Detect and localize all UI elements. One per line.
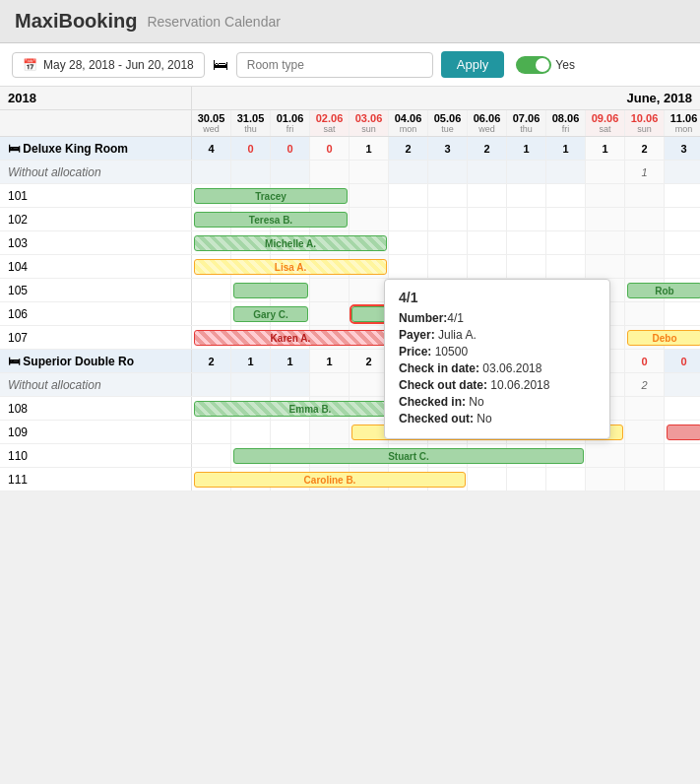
cell-11: [625, 421, 665, 443]
booking-bar[interactable]: Rob: [627, 283, 700, 298]
booking-bar[interactable]: Debo: [627, 330, 700, 346]
tooltip-number-label: Number:: [399, 311, 447, 325]
cell-12: [665, 468, 700, 490]
booking-bar[interactable]: [667, 425, 700, 440]
toggle-knob: [536, 58, 549, 72]
cell-11: [625, 444, 665, 467]
booking-bar[interactable]: Caroline B.: [194, 472, 466, 488]
date-header-12: 11.06mon: [665, 110, 700, 136]
row-label: 104: [0, 255, 192, 278]
cell-11: 1: [625, 161, 665, 183]
cell-0: [192, 373, 231, 396]
section-row: 🛏 Deluxe King Room4000123211123: [0, 137, 700, 161]
cell-11: [625, 231, 665, 254]
date-range-picker[interactable]: 📅 May 28, 2018 - Jun 20, 2018: [12, 52, 205, 78]
cell-1: [231, 161, 271, 183]
cell-11: [625, 302, 665, 325]
cell-4: [350, 373, 389, 396]
room-row: 110Stuart C.: [0, 444, 700, 468]
cell-0: [192, 161, 231, 183]
cell-6: [428, 231, 468, 254]
cell-8: [507, 208, 546, 230]
cell-12: [665, 373, 700, 396]
row-cells: 4000123211123: [192, 137, 700, 160]
toggle-label: Yes: [555, 58, 575, 72]
cell-7: [468, 255, 507, 278]
tooltip-payer-row: Payer: Julia A.: [399, 328, 596, 342]
row-cells: Teresa B.: [192, 208, 700, 230]
cell-3: [310, 421, 350, 443]
cell-11: [625, 184, 665, 207]
cell-6: 3: [428, 137, 468, 160]
tooltip-checkedout-value: No: [477, 412, 491, 425]
cell-11: [625, 468, 665, 490]
cell-2: [271, 161, 310, 183]
row-label: 102: [0, 208, 192, 230]
cell-9: [546, 208, 586, 230]
cell-2: [271, 373, 310, 396]
booking-bar[interactable]: Gary C.: [233, 306, 308, 322]
tooltip-price-value: 10500: [435, 345, 468, 359]
cell-10: [586, 208, 625, 230]
tooltip-price-row: Price: 10500: [399, 345, 596, 359]
cell-7: [468, 231, 507, 254]
date-header-8: 07.06thu: [507, 110, 546, 136]
cell-4: [350, 184, 389, 207]
tooltip-checkin-date-value: 03.06.2018: [482, 361, 541, 375]
cell-12: [665, 231, 700, 254]
cell-7: [468, 468, 507, 490]
booking-bar[interactable]: Karen A.: [194, 330, 387, 346]
cell-12: [665, 444, 700, 467]
row-cells: Stuart C.: [192, 444, 700, 467]
row-label: 105: [0, 279, 192, 301]
cell-0: [192, 421, 231, 443]
cell-10: [586, 444, 625, 467]
cell-0: [192, 444, 231, 467]
arrow-indicator: [537, 489, 615, 491]
cell-3: 0: [310, 137, 350, 160]
cell-11: [625, 397, 665, 420]
booking-bar[interactable]: Stuart C.: [233, 448, 584, 464]
cell-8: [507, 184, 546, 207]
calendar-container: 2018 June, 2018 30.05wed31.05thu01.06fri…: [0, 87, 700, 491]
toggle-switch[interactable]: [516, 56, 551, 74]
room-type-input[interactable]: [236, 52, 433, 78]
date-range-label: May 28, 2018 - Jun 20, 2018: [43, 58, 194, 72]
cell-3: [310, 302, 350, 325]
cell-12: [665, 255, 700, 278]
tooltip-checkout-date-row: Check out date: 10.06.2018: [399, 378, 596, 392]
tooltip-payer-value: Julia A.: [438, 328, 477, 342]
booking-bar[interactable]: Tracey: [194, 188, 348, 204]
booking-bar[interactable]: Michelle A.: [194, 235, 387, 251]
section-row: Without allocation1: [0, 161, 700, 184]
cell-8: [507, 231, 546, 254]
booking-bar[interactable]: [233, 283, 308, 298]
cell-9: [546, 184, 586, 207]
apply-button[interactable]: Apply: [441, 51, 505, 78]
cell-1: [231, 421, 271, 443]
cell-3: [310, 373, 350, 396]
cell-11: [625, 208, 665, 230]
tooltip-checkout-date-label: Check out date:: [399, 378, 490, 392]
cell-11: 2: [625, 373, 665, 396]
row-cells: Caroline B.: [192, 468, 700, 490]
cell-5: 2: [389, 137, 428, 160]
row-cells: Tracey: [192, 184, 700, 207]
cell-10: [586, 161, 625, 183]
row-cells: 1: [192, 161, 700, 183]
row-label: Without allocation: [0, 161, 192, 183]
booking-bar[interactable]: Teresa B.: [194, 212, 348, 228]
booking-bar[interactable]: Lisa A.: [194, 259, 387, 275]
cell-1: 1: [231, 350, 271, 372]
cell-5: [389, 231, 428, 254]
row-label: Without allocation: [0, 373, 192, 396]
header-spacer: [0, 110, 192, 136]
tooltip-number-row: Number:4/1: [399, 311, 596, 325]
date-header-6: 05.06tue: [428, 110, 468, 136]
room-row: 101Tracey: [0, 184, 700, 208]
room-row: 104Lisa A.: [0, 255, 700, 279]
cell-9: 1: [546, 137, 586, 160]
tooltip-checkedin-value: No: [469, 395, 483, 409]
cell-1: 0: [231, 137, 271, 160]
bed-icon: 🛏: [213, 56, 228, 74]
